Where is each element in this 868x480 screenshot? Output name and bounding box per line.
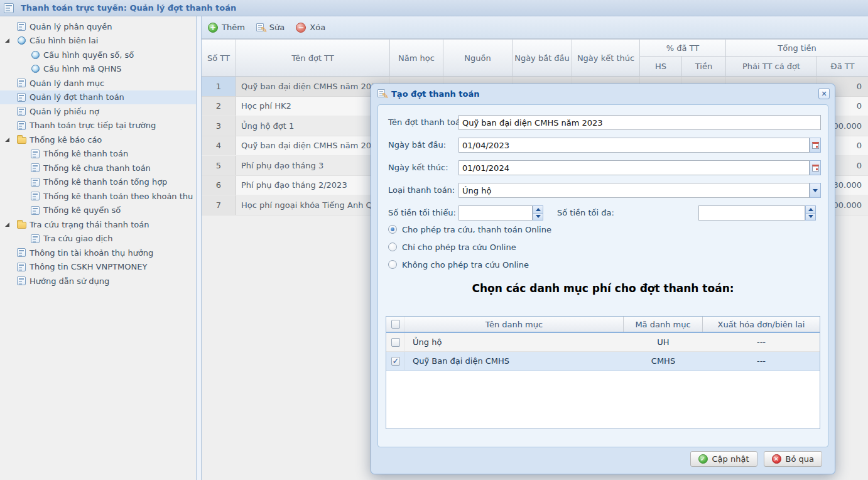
sidebar-item-quan-ly-dot-thanh-toan[interactable]: Quản lý đợt thanh toán bbox=[0, 90, 196, 105]
dialog-header[interactable]: ✎ Tạo đợt thanh toán ✕ bbox=[371, 84, 835, 103]
fee-column-header-invoice[interactable]: Xuất hóa đơn/biên lai bbox=[703, 317, 820, 332]
sidebar-item-tra-cuu-trang-thai[interactable]: Tra cứu trạng thái thanh toán bbox=[0, 217, 196, 232]
max-amount-input[interactable] bbox=[698, 205, 805, 221]
sidebar-item-thong-ke-tong-hop[interactable]: Thống kê thanh toán tổng hợp bbox=[0, 175, 196, 190]
expander-icon[interactable] bbox=[5, 38, 16, 43]
sidebar-item-huong-dan[interactable]: Hướng dẫn sử dụng bbox=[0, 274, 196, 288]
dialog-form-panel: Tên đợt thanh toán: Ngày bắt đầu: Ngày k… bbox=[377, 104, 828, 447]
panel-splitter[interactable] bbox=[197, 16, 201, 480]
dialog-title: Tạo đợt thanh toán bbox=[391, 89, 814, 99]
min-amount-input[interactable] bbox=[458, 205, 533, 221]
edit-icon: ✎ bbox=[256, 23, 266, 32]
field-label-name: Tên đợt thanh toán: bbox=[388, 117, 468, 127]
radio-icon[interactable] bbox=[388, 225, 397, 234]
form-icon bbox=[30, 205, 40, 215]
add-icon: + bbox=[208, 23, 218, 33]
spinner-up-icon[interactable] bbox=[533, 205, 543, 214]
form-icon bbox=[16, 276, 26, 286]
column-header-nguon[interactable]: Nguồn bbox=[443, 40, 513, 76]
sidebar-item-cau-hinh-ma-qhns[interactable]: Cấu hình mã QHNS bbox=[0, 62, 196, 77]
update-button[interactable]: ✓ Cập nhật bbox=[690, 451, 757, 467]
spinner-up-icon[interactable] bbox=[805, 205, 816, 214]
select-all-checkbox[interactable] bbox=[391, 320, 400, 329]
spinner-down-icon[interactable] bbox=[533, 214, 543, 221]
page-icon bbox=[4, 3, 14, 13]
min-amount-stepper[interactable] bbox=[533, 205, 543, 221]
field-label-payment-type: Loại thanh toán: bbox=[388, 185, 455, 195]
sidebar-item-tra-cuu-giao-dich[interactable]: Tra cứu giao dịch bbox=[0, 232, 196, 246]
check-icon: ✓ bbox=[698, 454, 708, 464]
sidebar-item-thong-tin-tai-khoan[interactable]: Thông tin tài khoản thụ hưởng bbox=[0, 246, 196, 260]
fee-row-quy-ban-dai-dien[interactable]: Quỹ Ban đại diện CMHS CMHS --- bbox=[386, 352, 820, 371]
radio-option-allow-lookup-payment[interactable]: Cho phép tra cứu, thanh toán Online bbox=[388, 224, 551, 234]
grid-toolbar: +Thêm ✎Sửa −Xóa bbox=[202, 16, 868, 39]
form-icon bbox=[30, 149, 40, 159]
payment-name-input[interactable] bbox=[458, 115, 821, 130]
form-icon bbox=[30, 191, 40, 201]
delete-icon: − bbox=[296, 23, 306, 33]
x-icon: ✕ bbox=[772, 454, 781, 464]
column-group-pct: % đã TT HS Tiền bbox=[640, 40, 726, 76]
gear-icon bbox=[30, 50, 40, 60]
cancel-button[interactable]: ✕ Bỏ qua bbox=[764, 451, 822, 467]
form-icon bbox=[16, 78, 26, 88]
column-header-stt[interactable]: Số TT bbox=[202, 40, 236, 76]
radio-option-no-lookup[interactable]: Không cho phép tra cứu Online bbox=[388, 259, 529, 270]
delete-button[interactable]: −Xóa bbox=[296, 23, 325, 33]
row-checkbox[interactable] bbox=[391, 338, 400, 347]
folder-icon bbox=[16, 134, 26, 145]
column-header-ngay-bat-dau[interactable]: Ngày bắt đầu bbox=[513, 40, 572, 76]
max-amount-stepper[interactable] bbox=[805, 205, 816, 221]
sidebar-item-cau-hinh-bien-lai[interactable]: Cấu hình biên lai bbox=[0, 34, 196, 48]
fee-column-header-code[interactable]: Mã danh mục bbox=[624, 317, 703, 332]
calendar-icon[interactable] bbox=[810, 138, 821, 153]
start-date-input[interactable] bbox=[458, 138, 810, 153]
row-checkbox[interactable] bbox=[391, 357, 400, 366]
column-header-da-tt[interactable]: Đã TT bbox=[817, 57, 868, 76]
radio-icon[interactable] bbox=[388, 243, 397, 251]
sidebar-item-quan-ly-phan-quyen[interactable]: Quản lý phân quyền bbox=[0, 19, 196, 34]
sidebar-item-thong-ke-thanh-toan[interactable]: Thống kê thanh toán bbox=[0, 147, 196, 161]
sidebar-item-cau-hinh-quyen-so[interactable]: Cấu hình quyển số, số bbox=[0, 48, 196, 62]
page-title: Thanh toán trực tuyến: Quản lý đợt thanh… bbox=[21, 3, 236, 13]
field-label-start-date: Ngày bắt đầu: bbox=[388, 140, 446, 150]
spinner-down-icon[interactable] bbox=[805, 214, 816, 221]
expander-icon[interactable] bbox=[5, 222, 16, 227]
radio-icon[interactable] bbox=[388, 260, 397, 269]
sidebar-item-thanh-toan-truc-tiep[interactable]: Thanh toán trực tiếp tại trường bbox=[0, 119, 196, 133]
fee-column-header-name[interactable]: Tên danh mục bbox=[405, 317, 624, 332]
form-icon bbox=[30, 234, 40, 244]
payment-type-combo[interactable] bbox=[458, 183, 810, 198]
fee-row-ung-ho[interactable]: Ủng hộ UH --- bbox=[386, 333, 820, 352]
close-icon[interactable]: ✕ bbox=[818, 88, 830, 99]
end-date-input[interactable] bbox=[458, 160, 810, 175]
field-label-min-amount: Số tiền tối thiểu: bbox=[388, 208, 456, 217]
radio-option-lookup-only[interactable]: Chỉ cho phép tra cứu Online bbox=[388, 242, 516, 252]
sidebar-item-quan-ly-danh-muc[interactable]: Quản lý danh mục bbox=[0, 76, 196, 90]
sidebar-item-thong-ke-quyen-so[interactable]: Thống kê quyển số bbox=[0, 204, 196, 218]
group-header-pct: % đã TT bbox=[640, 40, 726, 57]
expander-icon[interactable] bbox=[5, 138, 16, 142]
form-icon bbox=[16, 21, 26, 31]
edit-button[interactable]: ✎Sửa bbox=[256, 23, 285, 32]
page-title-bar: Thanh toán trực tuyến: Quản lý đợt thanh… bbox=[0, 0, 868, 16]
sidebar-item-thong-tin-cskh[interactable]: Thông tin CSKH VNPTMONEY bbox=[0, 260, 196, 275]
field-label-end-date: Ngày kết thúc: bbox=[388, 163, 448, 172]
column-header-tien[interactable]: Tiền bbox=[682, 57, 726, 76]
sidebar-tree: Quản lý phân quyền Cấu hình biên lai Cấu… bbox=[0, 16, 197, 480]
sidebar-item-thong-ke-chua-thanh-toan[interactable]: Thống kê chưa thanh toán bbox=[0, 161, 196, 175]
sidebar-item-thong-ke-theo-khoan-thu[interactable]: Thống kê thanh toán theo khoản thu bbox=[0, 189, 196, 204]
column-header-nam-hoc[interactable]: Năm học bbox=[390, 40, 443, 76]
folder-icon bbox=[16, 219, 26, 229]
column-header-ngay-ket-thuc[interactable]: Ngày kết thúc bbox=[572, 40, 640, 76]
column-header-phai-tt[interactable]: Phải TT cả đợt bbox=[726, 57, 817, 76]
sidebar-item-thong-ke-bao-cao[interactable]: Thống kê báo cáo bbox=[0, 133, 196, 147]
column-header-name[interactable]: Tên đợt TT bbox=[236, 40, 390, 76]
add-button[interactable]: +Thêm bbox=[208, 23, 245, 33]
fee-grid-header: Tên danh mục Mã danh mục Xuất hóa đơn/bi… bbox=[386, 317, 820, 333]
calendar-icon[interactable] bbox=[810, 160, 821, 175]
column-header-hs[interactable]: HS bbox=[640, 57, 682, 76]
sidebar-item-quan-ly-phieu-no[interactable]: Quản lý phiếu nợ bbox=[0, 104, 196, 119]
form-icon bbox=[16, 92, 26, 102]
chevron-down-icon[interactable] bbox=[810, 183, 821, 198]
